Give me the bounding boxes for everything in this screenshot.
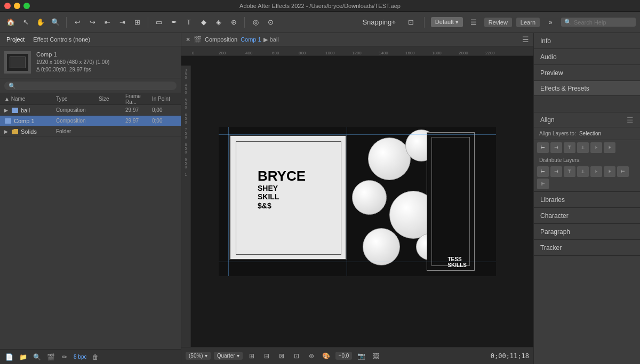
close-comp-panel[interactable]: ✕ bbox=[186, 36, 190, 43]
ruler-mark-2200: 2200 bbox=[485, 51, 512, 55]
align-right-btn[interactable]: ⊤ bbox=[564, 142, 575, 153]
right-panel-preview[interactable]: Preview bbox=[534, 65, 640, 81]
dist-hcenter-btn[interactable]: ⊣ bbox=[550, 166, 562, 177]
text-tool[interactable]: T bbox=[182, 16, 195, 29]
snapshot-btn[interactable]: 📷 bbox=[355, 350, 367, 362]
maximize-button[interactable] bbox=[23, 3, 30, 9]
right-panel-paragraph[interactable]: Paragraph bbox=[534, 224, 640, 240]
item-name-comp1: Comp 1 bbox=[2, 118, 37, 124]
align-bottom-btn[interactable]: ⊧ bbox=[604, 142, 615, 153]
render-btn[interactable]: 🎬 bbox=[46, 352, 55, 362]
item-type-comp1: Composition bbox=[56, 118, 99, 124]
breadcrumb-comp1[interactable]: Comp 1 bbox=[241, 36, 261, 43]
clone-tool[interactable]: ◈ bbox=[212, 16, 225, 29]
dist-vcenter-btn[interactable]: ⊦ bbox=[590, 166, 602, 177]
project-item-ball[interactable]: ▶ ball Composition 29.97 0;00 bbox=[0, 105, 181, 116]
workspace-review[interactable]: Review bbox=[484, 18, 512, 27]
new-folder-btn[interactable]: 📁 bbox=[18, 352, 28, 362]
puppet-tool[interactable]: ⊕ bbox=[227, 16, 240, 29]
align-left-btn[interactable]: ⊢ bbox=[537, 142, 549, 153]
transparency-btn[interactable]: ⊠ bbox=[276, 350, 287, 362]
delete-btn[interactable]: 🗑 bbox=[91, 352, 100, 362]
effects-presets-header[interactable]: Effects & Presets bbox=[534, 81, 640, 96]
pen-tool[interactable]: ✒ bbox=[167, 16, 180, 29]
grid-btn[interactable]: ⊞ bbox=[131, 16, 143, 29]
comp-panel-title: Composition bbox=[205, 36, 237, 43]
search-bar[interactable]: 🔍 bbox=[561, 18, 636, 27]
dist-bottom-btn[interactable]: ⊧ bbox=[604, 166, 615, 177]
dist-spacing-h[interactable]: ⊨ bbox=[617, 166, 629, 177]
hand-tool[interactable]: ✋ bbox=[34, 16, 47, 29]
dist-top-btn[interactable]: ⊥ bbox=[577, 166, 589, 177]
dist-left-btn[interactable]: ⊢ bbox=[537, 166, 549, 177]
step-forward[interactable]: ⇥ bbox=[116, 16, 129, 29]
comp-panel-header: ✕ 🎬 Composition Comp 1 ▶ ball ☰ bbox=[181, 33, 533, 46]
right-panel-libraries[interactable]: Libraries bbox=[534, 192, 640, 208]
right-panel-character[interactable]: Character bbox=[534, 208, 640, 224]
ball-4 bbox=[352, 180, 387, 215]
workspace-default[interactable]: Default ▾ bbox=[431, 17, 463, 27]
item-in-ball: 0;00 bbox=[152, 107, 179, 113]
center-panel: ✕ 🎬 Composition Comp 1 ▶ ball ☰ 0 200 40… bbox=[181, 33, 533, 364]
ball-1 bbox=[368, 137, 411, 180]
align-menu-icon[interactable]: ☰ bbox=[627, 116, 634, 124]
align-icon[interactable]: ⊡ bbox=[405, 16, 418, 29]
more-workspaces[interactable]: » bbox=[544, 16, 557, 29]
tab-project[interactable]: Project bbox=[4, 35, 27, 44]
comp-panel-icon: 🎬 bbox=[194, 36, 202, 43]
home-tool[interactable]: 🏠 bbox=[4, 16, 17, 29]
align-vcenter-btn[interactable]: ⊦ bbox=[590, 142, 602, 153]
item-fps-comp1: 29.97 bbox=[125, 118, 152, 124]
distribute-buttons: ⊢ ⊣ ⊤ ⊥ ⊦ ⊧ ⊨ ⊩ bbox=[534, 164, 640, 191]
align-header[interactable]: Align ☰ bbox=[534, 112, 640, 127]
paint-tool[interactable]: ◆ bbox=[197, 16, 210, 29]
bpc-indicator[interactable]: 8 bpc bbox=[74, 354, 86, 360]
rectangle-tool[interactable]: ▭ bbox=[153, 16, 165, 29]
region-of-interest[interactable]: ⊟ bbox=[261, 350, 273, 362]
color-picker[interactable]: 🎨 bbox=[321, 350, 332, 362]
undo-btn[interactable]: ↩ bbox=[71, 16, 84, 29]
project-search[interactable] bbox=[0, 78, 181, 93]
breadcrumb-ball[interactable]: ball bbox=[270, 36, 279, 43]
preview-btn[interactable]: ⊞ bbox=[246, 350, 258, 362]
comp-right-inner bbox=[431, 137, 470, 266]
align-hcenter-btn[interactable]: ⊣ bbox=[550, 142, 562, 153]
channel-btn[interactable]: ⊛ bbox=[306, 350, 317, 362]
search-input[interactable] bbox=[574, 19, 633, 26]
zoom-selector[interactable]: (50%) ▾ bbox=[186, 352, 211, 360]
right-panel-tracker[interactable]: Tracker bbox=[534, 240, 640, 256]
dist-right-btn[interactable]: ⊤ bbox=[564, 166, 575, 177]
right-panel-audio[interactable]: Audio bbox=[534, 49, 640, 65]
snapping-btn[interactable]: Snapping bbox=[371, 16, 383, 29]
minimize-button[interactable] bbox=[14, 3, 20, 9]
orbit-tool[interactable]: ⊙ bbox=[264, 16, 277, 29]
camera-tool[interactable]: ◎ bbox=[249, 16, 262, 29]
align-to-value[interactable]: Selection bbox=[579, 131, 601, 136]
project-item-comp1[interactable]: Comp 1 Composition 29.97 0;00 bbox=[0, 116, 181, 126]
search-footer-btn[interactable]: 🔍 bbox=[32, 352, 42, 362]
project-item-solids[interactable]: ▶ Solids Folder bbox=[0, 126, 181, 137]
zoom-tool[interactable]: 🔍 bbox=[49, 16, 62, 29]
tab-effect-controls[interactable]: Effect Controls (none) bbox=[31, 35, 92, 44]
show-snapshot[interactable]: 🖼 bbox=[370, 350, 382, 362]
close-button[interactable] bbox=[4, 3, 11, 9]
item-name-solids: ▶ Solids bbox=[2, 128, 37, 135]
new-item-btn[interactable]: 📄 bbox=[4, 352, 14, 362]
composition-viewer[interactable]: 3504505506507508509501 BRYCE SHEYSKILL$&… bbox=[181, 56, 533, 347]
workspace-menu[interactable]: ☰ bbox=[467, 16, 480, 29]
comp-panel-menu[interactable]: ☰ bbox=[522, 35, 529, 44]
settings-btn[interactable]: ✏ bbox=[60, 352, 69, 362]
quality-selector[interactable]: Quarter ▾ bbox=[214, 352, 243, 360]
align-top-btn[interactable]: ⊥ bbox=[577, 142, 589, 153]
project-search-input[interactable] bbox=[4, 82, 177, 90]
select-tool[interactable]: ↖ bbox=[19, 16, 32, 29]
redo-btn[interactable]: ↪ bbox=[86, 16, 99, 29]
right-panel-info[interactable]: Info bbox=[534, 33, 640, 49]
exposure-btn[interactable]: +0.0 bbox=[335, 352, 353, 360]
snap-icon[interactable]: ⌖ bbox=[388, 16, 401, 29]
undo-multiple[interactable]: ⇤ bbox=[101, 16, 114, 29]
dist-spacing-v[interactable]: ⊩ bbox=[537, 179, 549, 189]
grid-btn2[interactable]: ⊡ bbox=[291, 350, 302, 362]
ruler-mark-200: 200 bbox=[219, 51, 245, 55]
workspace-learn[interactable]: Learn bbox=[516, 18, 540, 27]
